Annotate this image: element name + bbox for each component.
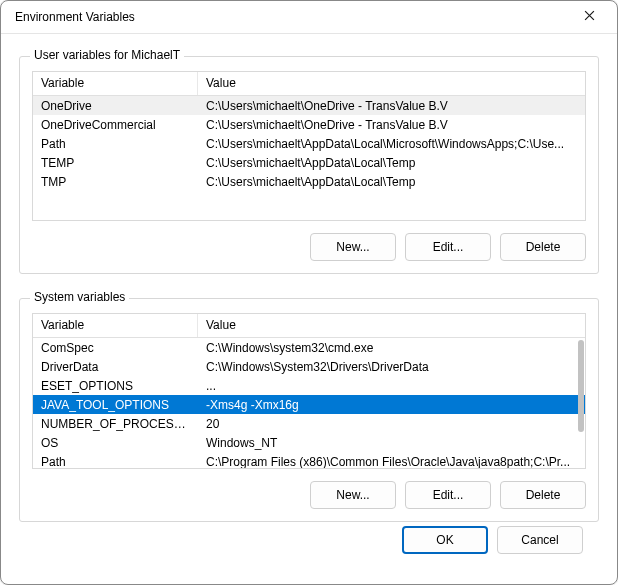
cell-variable: DriverData [33, 360, 198, 374]
cell-value: 20 [198, 417, 585, 431]
col-header-variable[interactable]: Variable [33, 72, 198, 95]
cell-variable: ComSpec [33, 341, 198, 355]
user-edit-button[interactable]: Edit... [405, 233, 491, 261]
table-row[interactable]: TMPC:\Users\michaelt\AppData\Local\Temp [33, 172, 585, 191]
table-row[interactable]: PathC:\Users\michaelt\AppData\Local\Micr… [33, 134, 585, 153]
cell-value: C:\Users\michaelt\AppData\Local\Temp [198, 156, 585, 170]
table-row[interactable]: OSWindows_NT [33, 433, 585, 452]
cell-variable: ESET_OPTIONS [33, 379, 198, 393]
cancel-button[interactable]: Cancel [497, 526, 583, 554]
system-new-button[interactable]: New... [310, 481, 396, 509]
system-group-label: System variables [30, 290, 129, 304]
cell-value: C:\Users\michaelt\AppData\Local\Microsof… [198, 137, 585, 151]
scrollbar-thumb[interactable] [578, 340, 584, 432]
system-scrollbar[interactable] [578, 340, 584, 466]
system-edit-button[interactable]: Edit... [405, 481, 491, 509]
cell-value: Windows_NT [198, 436, 585, 450]
titlebar: Environment Variables [1, 1, 617, 34]
table-row[interactable]: ComSpecC:\Windows\system32\cmd.exe [33, 338, 585, 357]
user-table-body: OneDriveC:\Users\michaelt\OneDrive - Tra… [33, 96, 585, 220]
user-button-row: New... Edit... Delete [32, 233, 586, 261]
col-header-value[interactable]: Value [198, 72, 585, 95]
cell-value: C:\Windows\System32\Drivers\DriverData [198, 360, 585, 374]
system-variables-table[interactable]: Variable Value ComSpecC:\Windows\system3… [32, 313, 586, 469]
dialog-body: User variables for MichaelT Variable Val… [1, 34, 617, 584]
dialog-footer: OK Cancel [19, 522, 599, 572]
table-row[interactable]: PathC:\Program Files (x86)\Common Files\… [33, 452, 585, 468]
cell-variable: OS [33, 436, 198, 450]
col-header-variable[interactable]: Variable [33, 314, 198, 337]
system-button-row: New... Edit... Delete [32, 481, 586, 509]
close-button[interactable] [571, 3, 607, 31]
table-row[interactable]: NUMBER_OF_PROCESSORS20 [33, 414, 585, 433]
cell-value: ... [198, 379, 585, 393]
window-title: Environment Variables [15, 10, 571, 24]
cell-variable: Path [33, 137, 198, 151]
user-variables-group: User variables for MichaelT Variable Val… [19, 56, 599, 274]
cell-variable: NUMBER_OF_PROCESSORS [33, 417, 198, 431]
user-table-header: Variable Value [33, 72, 585, 96]
cell-variable: Path [33, 455, 198, 469]
user-new-button[interactable]: New... [310, 233, 396, 261]
cell-variable: OneDriveCommercial [33, 118, 198, 132]
system-table-body: ComSpecC:\Windows\system32\cmd.exeDriver… [33, 338, 585, 468]
table-row[interactable]: DriverDataC:\Windows\System32\Drivers\Dr… [33, 357, 585, 376]
system-table-header: Variable Value [33, 314, 585, 338]
table-row[interactable]: JAVA_TOOL_OPTIONS-Xms4g -Xmx16g [33, 395, 585, 414]
table-row[interactable]: TEMPC:\Users\michaelt\AppData\Local\Temp [33, 153, 585, 172]
table-row[interactable]: OneDriveC:\Users\michaelt\OneDrive - Tra… [33, 96, 585, 115]
user-group-label: User variables for MichaelT [30, 48, 184, 62]
cell-value: C:\Users\michaelt\OneDrive - TransValue … [198, 99, 585, 113]
system-variables-group: System variables Variable Value ComSpecC… [19, 298, 599, 522]
env-vars-dialog: Environment Variables User variables for… [0, 0, 618, 585]
cell-variable: TEMP [33, 156, 198, 170]
cell-value: C:\Program Files (x86)\Common Files\Orac… [198, 455, 585, 469]
col-header-value[interactable]: Value [198, 314, 585, 337]
table-row[interactable]: ESET_OPTIONS ... [33, 376, 585, 395]
cell-variable: JAVA_TOOL_OPTIONS [33, 398, 198, 412]
cell-variable: OneDrive [33, 99, 198, 113]
group-spacer [19, 274, 599, 290]
table-row[interactable]: OneDriveCommercialC:\Users\michaelt\OneD… [33, 115, 585, 134]
system-delete-button[interactable]: Delete [500, 481, 586, 509]
cell-value: C:\Windows\system32\cmd.exe [198, 341, 585, 355]
ok-button[interactable]: OK [402, 526, 488, 554]
cell-value: C:\Users\michaelt\AppData\Local\Temp [198, 175, 585, 189]
cell-value: C:\Users\michaelt\OneDrive - TransValue … [198, 118, 585, 132]
user-delete-button[interactable]: Delete [500, 233, 586, 261]
cell-value: -Xms4g -Xmx16g [198, 398, 585, 412]
user-variables-table[interactable]: Variable Value OneDriveC:\Users\michaelt… [32, 71, 586, 221]
cell-variable: TMP [33, 175, 198, 189]
close-icon [584, 10, 595, 24]
